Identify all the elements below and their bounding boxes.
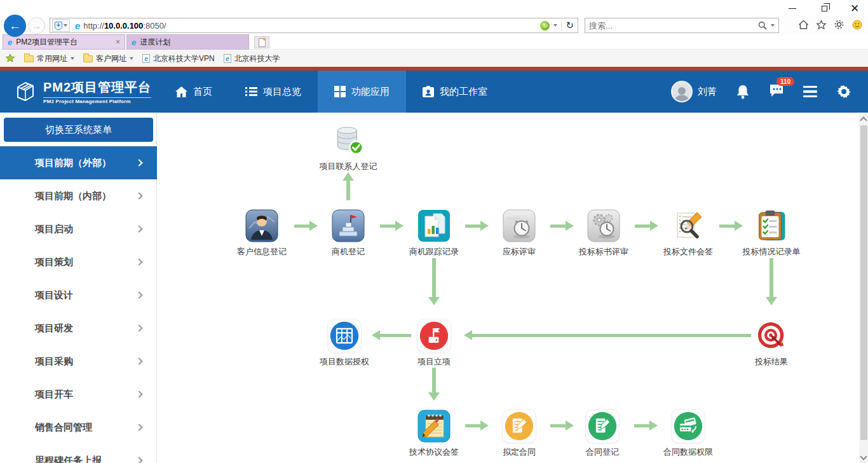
folder-icon [83, 55, 93, 62]
settings-gear-icon[interactable] [836, 84, 851, 99]
home-icon [175, 86, 187, 97]
app-subtitle: PM2 Project Management Platform [43, 97, 151, 104]
app-logo[interactable]: PM2项目管理平台 PM2 Project Management Platfor… [0, 79, 159, 104]
clock-review-gray-icon [502, 209, 536, 243]
browser-window: ✕ ← → + e http://10.0.0.100:8050/ ↻ ↻ [0, 0, 868, 463]
doc-pencil-amber-icon [502, 409, 536, 443]
workroom-badge-icon [423, 86, 434, 97]
arrow-right [465, 221, 489, 231]
nav-my-workroom[interactable]: 我的工作室 [406, 71, 504, 113]
flow-node-bid-document-review[interactable]: 投标标书评审 [579, 209, 628, 258]
add-favorites-shield[interactable]: + [52, 19, 70, 32]
url-text[interactable]: http://10.0.0.100:8050/ [83, 21, 540, 31]
close-button[interactable]: ✕ [848, 3, 862, 14]
feedback-smiley-icon[interactable] [851, 18, 863, 31]
messages-button[interactable]: 110 [769, 83, 784, 100]
favorite-link-ustb[interactable]: e 北京科技大学 [224, 53, 280, 64]
sidebar-item-pre-internal[interactable]: 项目前期（内部） [0, 179, 157, 212]
tab-close-icon[interactable]: × [116, 38, 120, 46]
sidebar-item-planning[interactable]: 项目策划 [0, 245, 157, 279]
flow-node-bid-result[interactable]: 投标结果 [754, 319, 789, 368]
favorite-folder-customer[interactable]: 客户网址 [83, 53, 133, 64]
flow-node-contract-data-permission[interactable]: 合同数据权限 [663, 409, 713, 458]
clipboard-checklist-icon [754, 209, 789, 243]
chevron-right-icon [135, 357, 142, 364]
search-icon[interactable] [758, 21, 767, 30]
flow-node-project-data-auth[interactable]: 项目数据授权 [320, 319, 369, 368]
doc-magnifier-pencil-icon [671, 209, 705, 243]
flow-node-contact-register[interactable]: 项目联系人登记 [320, 123, 377, 172]
cube-logo-icon [13, 79, 37, 104]
flow-node-draft-contract[interactable]: 拟定合同 [502, 409, 536, 458]
chevron-right-icon [135, 324, 142, 331]
flow-node-bid-file-countersign[interactable]: 投标文件会签 [663, 209, 713, 258]
app-title: PM2项目管理平台 [43, 79, 151, 96]
arrow-up [342, 172, 354, 200]
grid-table-circle-icon [327, 319, 362, 353]
scrollbar-thumb[interactable] [860, 125, 867, 440]
switch-system-menu-button[interactable]: 切换至系统菜单 [4, 118, 153, 142]
flow-node-bid-record-sheet[interactable]: 投标情况记录单 [743, 209, 801, 258]
sidebar-item-design[interactable]: 项目设计 [0, 279, 157, 312]
sidebar-item-rnd[interactable]: 项目研发 [0, 312, 157, 345]
sidebar: 切换至系统菜单 项目前期（外部） 项目前期（内部） 项目启动 项目策划 项目设计… [0, 113, 157, 463]
chevron-right-icon [135, 390, 142, 397]
flow-node-bid-response-review[interactable]: 应标评审 [502, 209, 536, 258]
arrow-right [380, 221, 403, 231]
workflow-canvas: 项目联系人登记 客户信息登记 [157, 113, 859, 463]
flow-node-contract-register[interactable]: 合同登记 [585, 409, 620, 458]
nav-project-overview[interactable]: 项目总览 [229, 71, 318, 113]
flow-node-tech-agreement-countersign[interactable]: 技术协议会签 [409, 409, 459, 458]
back-button[interactable]: ← [4, 15, 26, 37]
search-box[interactable] [585, 18, 779, 33]
flow-node-opportunity-tracking[interactable]: 商机跟踪记录 [409, 209, 459, 258]
bullseye-target-icon [754, 319, 789, 353]
tab-pm2[interactable]: e PM2项目管理平台 × [3, 34, 125, 50]
flow-node-customer-info[interactable]: 客户信息登记 [237, 209, 287, 258]
refresh-icon[interactable]: ↻ [566, 20, 574, 31]
chevron-down-icon[interactable] [553, 24, 557, 27]
address-bar[interactable]: + e http://10.0.0.100:8050/ ↻ ↻ [50, 18, 578, 33]
settings-gear-icon[interactable] [833, 18, 845, 31]
list-icon [245, 86, 257, 97]
chevron-down-icon[interactable] [771, 24, 775, 27]
user-menu[interactable]: 刘菁 [671, 81, 717, 102]
search-input[interactable] [589, 21, 754, 31]
favorites-bar: 常用网址 客户网址 e 北京科技大学VPN e 北京科技大学 [0, 50, 868, 67]
sidebar-item-milestone-report[interactable]: 里程碑任务上报 [0, 444, 157, 463]
webpage-icon: e [142, 54, 150, 63]
favorites-star-icon[interactable] [815, 18, 827, 31]
tab-schedule[interactable]: e 进度计划 [126, 34, 249, 50]
chevron-right-icon [135, 457, 142, 463]
sidebar-item-pre-external[interactable]: 项目前期（外部） [0, 146, 157, 179]
hamburger-menu-icon[interactable] [803, 86, 817, 98]
compatibility-view-icon[interactable]: ↻ [540, 21, 550, 31]
folder-icon [24, 55, 34, 62]
nav-home[interactable]: 首页 [159, 71, 229, 113]
chevron-right-icon [135, 291, 142, 298]
minimize-button[interactable] [785, 3, 799, 14]
scroll-up-icon[interactable] [860, 116, 867, 123]
vertical-scrollbar[interactable] [859, 113, 868, 463]
tab-label: PM2项目管理平台 [16, 37, 78, 48]
sidebar-item-procurement[interactable]: 项目采购 [0, 345, 157, 378]
doc-chart-icon [417, 209, 451, 243]
sidebar-item-startup[interactable]: 项目启动 [0, 212, 157, 245]
flow-node-project-initiation[interactable]: 项目立项 [417, 319, 451, 368]
flow-node-opportunity-register[interactable]: 商机登记 [331, 209, 365, 258]
forward-button[interactable]: → [28, 17, 45, 34]
notifications-bell-icon[interactable] [736, 84, 750, 99]
nav-function-apps[interactable]: 功能应用 [318, 71, 406, 113]
favorite-folder-common[interactable]: 常用网址 [24, 53, 74, 64]
cards-green-icon [671, 409, 705, 443]
scroll-down-icon[interactable] [860, 453, 867, 460]
home-icon[interactable] [797, 18, 810, 31]
title-bar: ✕ [0, 0, 868, 18]
arrow-left-long [464, 330, 751, 340]
sidebar-item-commissioning[interactable]: 项目开车 [0, 378, 157, 411]
favorites-bar-star-icon[interactable] [5, 53, 15, 64]
sidebar-item-sales-contract[interactable]: 销售合同管理 [0, 411, 157, 444]
favorite-link-vpn[interactable]: e 北京科技大学VPN [142, 53, 215, 64]
restore-button[interactable] [817, 3, 831, 14]
new-tab-button[interactable]: ✦ [254, 36, 269, 48]
